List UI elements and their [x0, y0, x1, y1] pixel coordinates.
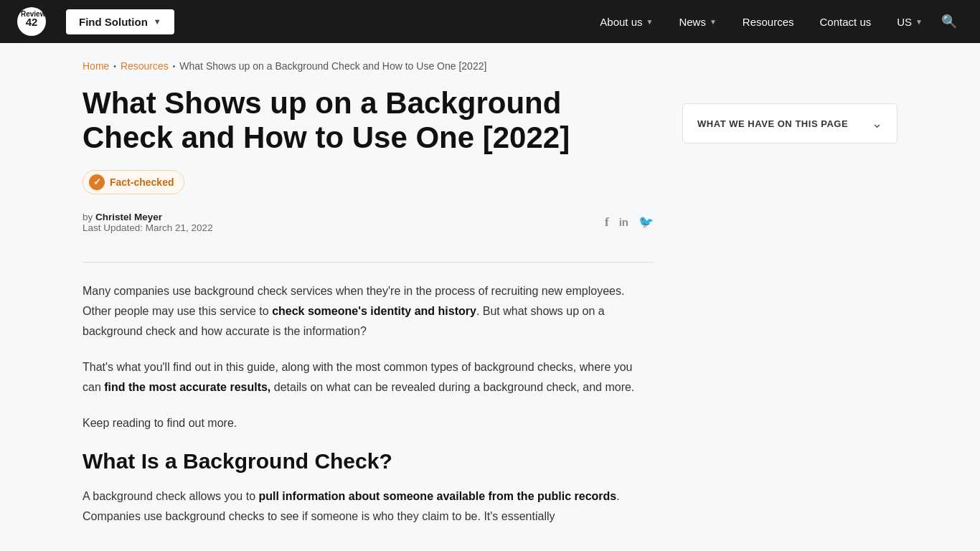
fact-checked-label: Fact-checked — [110, 176, 174, 188]
article-title: What Shows up on a Background Check and … — [83, 86, 654, 156]
fact-checked-badge: ✓ Fact-checked — [83, 170, 184, 194]
paragraph-2: That's what you'll find out in this guid… — [83, 357, 654, 397]
author-prefix: by — [83, 212, 93, 222]
search-icon: 🔍 — [941, 14, 957, 29]
paragraph-3: Keep reading to find out more. — [83, 413, 654, 433]
nav-links: About us ▼ News ▼ Resources Contact us U… — [590, 10, 933, 34]
social-icons: f in 🐦 — [605, 215, 654, 230]
author-name: Christel Meyer — [95, 212, 162, 222]
nav-contact[interactable]: Contact us — [810, 10, 882, 34]
last-updated-label: Last Updated: — [83, 222, 143, 233]
find-solution-button[interactable]: Find Solution ▼ — [66, 9, 174, 34]
nav-news[interactable]: News ▼ — [669, 10, 726, 34]
paragraph-1: Many companies use background check serv… — [83, 281, 654, 342]
logo[interactable]: Review 42 — [17, 7, 46, 36]
meta-divider — [83, 262, 654, 263]
breadcrumb-home[interactable]: Home — [83, 60, 109, 72]
article-meta: by Christel Meyer Last Updated: March 21… — [83, 212, 654, 242]
last-updated-date: March 21, 2022 — [146, 222, 213, 233]
fact-check-icon: ✓ — [89, 174, 105, 190]
facebook-icon[interactable]: f — [605, 215, 609, 230]
breadcrumb-sep-1: • — [113, 62, 116, 70]
toc-chevron-icon: ⌄ — [872, 116, 882, 131]
search-button[interactable]: 🔍 — [936, 8, 963, 35]
article-body: Many companies use background check serv… — [83, 281, 654, 527]
linkedin-icon[interactable]: in — [619, 216, 628, 228]
chevron-down-icon: ▼ — [154, 17, 161, 26]
nav-locale[interactable]: US ▼ — [887, 10, 933, 34]
chevron-locale-icon: ▼ — [915, 18, 923, 26]
sidebar: WHAT WE HAVE ON THIS PAGE ⌄ — [682, 60, 897, 542]
toc-box: WHAT WE HAVE ON THIS PAGE ⌄ — [682, 103, 897, 143]
nav-resources[interactable]: Resources — [732, 10, 804, 34]
find-solution-label: Find Solution — [79, 16, 148, 28]
logo-icon: Review 42 — [17, 7, 46, 36]
toc-header[interactable]: WHAT WE HAVE ON THIS PAGE ⌄ — [683, 104, 897, 143]
breadcrumb-sep-2: • — [173, 62, 176, 70]
twitter-icon[interactable]: 🐦 — [639, 215, 654, 230]
main-content: Home • Resources • What Shows up on a Ba… — [83, 60, 654, 542]
chevron-about-icon: ▼ — [646, 18, 654, 26]
author-info: by Christel Meyer Last Updated: March 21… — [83, 212, 213, 233]
page-wrapper: Home • Resources • What Shows up on a Ba… — [60, 43, 920, 551]
toc-title: WHAT WE HAVE ON THIS PAGE — [697, 118, 848, 129]
navbar: Review 42 Find Solution ▼ About us ▼ New… — [0, 0, 980, 43]
author-line: by Christel Meyer — [83, 212, 213, 222]
chevron-news-icon: ▼ — [710, 18, 717, 26]
nav-about[interactable]: About us ▼ — [590, 10, 663, 34]
breadcrumb-resources[interactable]: Resources — [121, 60, 169, 72]
last-updated-line: Last Updated: March 21, 2022 — [83, 222, 213, 233]
paragraph-4: A background check allows you to pull in… — [83, 486, 654, 527]
breadcrumb-current: What Shows up on a Background Check and … — [179, 60, 486, 72]
section-1-title: What Is a Background Check? — [83, 449, 654, 474]
breadcrumb: Home • Resources • What Shows up on a Ba… — [83, 60, 654, 72]
